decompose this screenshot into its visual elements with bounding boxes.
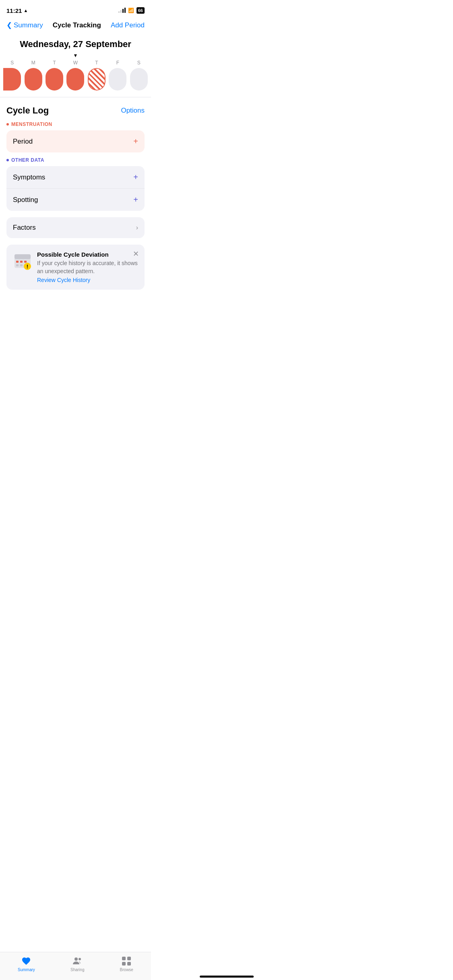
day-dot-prev — [3, 68, 21, 91]
day-dot-mon — [25, 68, 42, 91]
svg-rect-3 — [20, 261, 23, 263]
review-history-link[interactable]: Review Cycle History — [37, 277, 138, 283]
battery-indicator: 66 — [137, 7, 145, 14]
day-label-m: M — [24, 60, 43, 66]
cycle-log-header: Cycle Log Options — [6, 105, 145, 116]
factors-card[interactable]: Factors › — [6, 217, 145, 238]
cycle-log-section: Cycle Log Options MENSTRUATION Period + … — [0, 97, 151, 211]
symptoms-label: Symptoms — [13, 173, 45, 181]
period-card: Period + — [6, 130, 145, 152]
day-circle-tue[interactable] — [45, 68, 64, 91]
close-notification-button[interactable]: ✕ — [133, 249, 139, 258]
day-dot-sat — [130, 68, 148, 91]
signal-icon — [118, 8, 126, 13]
period-label: Period — [13, 138, 33, 146]
day-circle-fri[interactable] — [108, 68, 127, 91]
day-dot-tue — [46, 68, 63, 91]
day-circle-thu[interactable] — [87, 68, 106, 91]
day-circle-mon[interactable] — [24, 68, 43, 91]
symptoms-row[interactable]: Symptoms + — [6, 166, 145, 189]
day-circle-prev[interactable] — [3, 68, 21, 91]
notification-icon: ! — [13, 251, 32, 272]
status-time: 11:21 ▲ — [6, 7, 28, 14]
svg-rect-6 — [20, 264, 23, 266]
nav-bar: ❮ Summary Cycle Tracking Add Period — [0, 18, 151, 34]
status-bar: 11:21 ▲ 📶 66 — [0, 0, 151, 18]
notification-content: Possible Cycle Deviation If your cycle h… — [37, 251, 138, 283]
status-icons: 📶 66 — [118, 7, 145, 14]
notification-title: Possible Cycle Deviation — [37, 251, 138, 258]
options-button[interactable]: Options — [121, 107, 145, 115]
svg-text:!: ! — [27, 264, 28, 270]
svg-rect-5 — [16, 264, 19, 266]
spotting-label: Spotting — [13, 196, 38, 204]
symptoms-add-icon[interactable]: + — [133, 173, 138, 182]
svg-rect-1 — [14, 254, 31, 259]
day-dot-fri — [109, 68, 126, 91]
day-label-w: W — [66, 60, 85, 66]
back-button[interactable]: ❮ Summary — [6, 21, 43, 29]
factors-row[interactable]: Factors › — [6, 217, 145, 238]
cycle-log-title: Cycle Log — [6, 105, 49, 116]
other-data-card: Symptoms + Spotting + — [6, 166, 145, 211]
day-dot-wed — [66, 68, 84, 91]
day-label-s1: S — [3, 60, 21, 66]
current-day-indicator: ▼ — [0, 53, 151, 58]
other-data-dot — [6, 159, 9, 161]
day-circles — [0, 68, 151, 91]
svg-rect-4 — [24, 261, 27, 263]
chevron-right-icon: › — [136, 224, 138, 231]
notification-banner: ! Possible Cycle Deviation If your cycle… — [6, 245, 145, 290]
spotting-add-icon[interactable]: + — [133, 195, 138, 204]
chevron-left-icon: ❮ — [6, 21, 12, 29]
day-circle-wed[interactable] — [66, 68, 85, 91]
menstruation-dot — [6, 123, 9, 126]
day-circle-sat[interactable] — [130, 68, 148, 91]
day-label-f: F — [108, 60, 127, 66]
date-header: Wednesday, 27 September — [0, 34, 151, 53]
day-labels: S M T W T F S — [0, 60, 151, 66]
wifi-icon: 📶 — [128, 8, 134, 13]
notification-body: If your cycle history is accurate, it sh… — [37, 259, 138, 275]
calendar-strip: ▼ S M T W T F S — [0, 53, 151, 97]
page-title: Cycle Tracking — [53, 21, 101, 29]
factors-label: Factors — [13, 224, 36, 232]
svg-rect-2 — [16, 261, 19, 263]
day-label-s2: S — [130, 60, 148, 66]
menstruation-label: MENSTRUATION — [6, 121, 145, 127]
location-icon: ▲ — [23, 8, 28, 13]
spotting-row[interactable]: Spotting + — [6, 189, 145, 211]
day-dot-thu — [88, 68, 105, 91]
other-data-label: OTHER DATA — [6, 157, 145, 163]
period-row[interactable]: Period + — [6, 130, 145, 152]
add-period-button[interactable]: Add Period — [111, 21, 145, 29]
day-label-t1: T — [45, 60, 64, 66]
day-label-t2: T — [87, 60, 106, 66]
period-add-icon[interactable]: + — [133, 137, 138, 146]
